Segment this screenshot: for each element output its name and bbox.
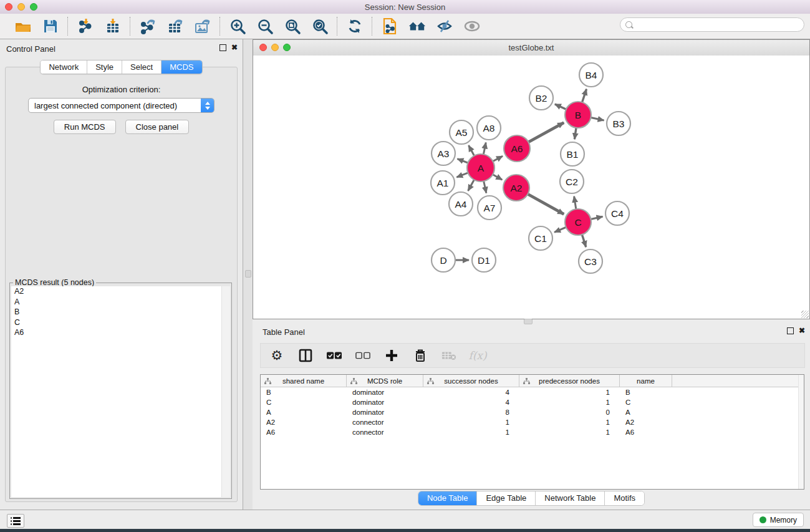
column-header-shared-name[interactable]: shared name	[261, 375, 347, 387]
close-network-icon[interactable]	[259, 44, 267, 51]
column-header-predecessor-nodes[interactable]: predecessor nodes	[519, 375, 620, 387]
run-mcds-button[interactable]: Run MCDS	[54, 120, 116, 134]
show-panels-button[interactable]	[7, 514, 24, 528]
tab-network-table[interactable]: Network Table	[536, 491, 605, 505]
graph-node-C[interactable]: C	[565, 209, 591, 235]
graph-node-A8[interactable]: A8	[477, 116, 501, 140]
graph-node-C1[interactable]: C1	[529, 226, 552, 250]
graph-node-B1[interactable]: B1	[561, 142, 584, 166]
graph-node-A4[interactable]: A4	[449, 192, 473, 216]
table-settings-icon[interactable]: ⚙	[269, 348, 284, 363]
export-image-icon[interactable]	[194, 17, 211, 35]
graph-node-A2[interactable]: A2	[503, 175, 529, 201]
result-scrollbar[interactable]	[221, 286, 230, 497]
graph-node-A7[interactable]: A7	[478, 196, 501, 220]
table-row[interactable]: A6connector11A6	[261, 427, 804, 437]
mcds-result-item[interactable]: A	[11, 297, 230, 307]
split-view-icon[interactable]	[298, 348, 313, 363]
mcds-result-item[interactable]: A6	[11, 327, 230, 338]
tab-edge-table[interactable]: Edge Table	[477, 491, 536, 505]
first-neighbors-icon[interactable]	[408, 17, 426, 35]
zoom-selected-icon[interactable]	[311, 17, 329, 35]
minimize-network-icon[interactable]	[271, 44, 279, 51]
graph-node-B2[interactable]: B2	[529, 86, 553, 110]
network-canvas[interactable]: B4B2BB3A5A8A6A3B1AA1C2A2A4A7C4CC1DD1C3	[253, 56, 809, 319]
resize-grip[interactable]	[801, 311, 809, 318]
tab-select[interactable]: Select	[122, 60, 162, 74]
hide-selected-icon[interactable]	[436, 17, 453, 35]
select-all-icon[interactable]	[327, 348, 342, 363]
graph-node-D1[interactable]: D1	[472, 248, 496, 272]
import-network-icon[interactable]	[77, 17, 94, 35]
graph-node-D[interactable]: D	[432, 248, 455, 272]
close-panel-icon[interactable]: ✖	[231, 44, 238, 51]
minimize-window-icon[interactable]	[17, 3, 25, 11]
delete-column-icon[interactable]	[413, 348, 428, 363]
show-all-icon[interactable]	[463, 17, 481, 35]
save-session-icon[interactable]	[42, 17, 59, 35]
mcds-result-item[interactable]: C	[11, 317, 230, 328]
splitter-handle[interactable]	[245, 270, 251, 278]
search-field[interactable]	[620, 17, 804, 32]
table-row[interactable]: Bdominator41B	[261, 387, 804, 397]
zoom-fit-icon[interactable]	[284, 17, 301, 35]
function-builder-icon: f(x)	[470, 348, 485, 363]
graph-node-B3[interactable]: B3	[607, 112, 630, 135]
float-table-panel-icon[interactable]	[787, 327, 794, 334]
mcds-result-list[interactable]: A2ABCA6	[11, 286, 230, 497]
zoom-out-icon[interactable]	[256, 17, 274, 35]
table-row[interactable]: Adominator80A	[261, 407, 804, 417]
close-table-panel-icon[interactable]: ✖	[799, 327, 805, 334]
column-header-successor-nodes[interactable]: successor nodes	[423, 375, 519, 387]
cell-name: A2	[620, 418, 672, 426]
tab-style[interactable]: Style	[87, 60, 122, 74]
horizontal-splitter-handle[interactable]	[524, 319, 533, 324]
window-controls	[5, 3, 37, 11]
mcds-result-item[interactable]: B	[11, 307, 230, 317]
refresh-icon[interactable]	[346, 17, 364, 35]
table-scrollbar[interactable]	[798, 375, 804, 489]
optimization-criterion-select[interactable]: largest connected component (directed)	[28, 98, 215, 113]
table-row[interactable]: Cdominator41C	[261, 397, 804, 407]
close-window-icon[interactable]	[5, 3, 12, 11]
search-input[interactable]	[632, 21, 804, 29]
new-network-from-selection-icon[interactable]	[381, 17, 398, 35]
graph-node-A3[interactable]: A3	[432, 142, 455, 165]
table-row[interactable]: A2connector11A2	[261, 417, 804, 427]
tab-node-table[interactable]: Node Table	[418, 491, 478, 505]
mcds-result-item[interactable]: A2	[11, 286, 230, 297]
export-table-icon[interactable]	[166, 17, 184, 35]
export-network-icon[interactable]	[139, 17, 157, 35]
import-table-icon[interactable]	[104, 17, 122, 35]
column-header-name[interactable]: name	[620, 375, 672, 387]
zoom-window-icon[interactable]	[30, 3, 37, 11]
memory-button[interactable]: Memory	[753, 513, 804, 527]
graph-node-C4[interactable]: C4	[605, 201, 629, 225]
graph-node-A5[interactable]: A5	[450, 120, 473, 144]
graph-node-A1[interactable]: A1	[431, 171, 455, 195]
zoom-in-icon[interactable]	[229, 17, 246, 35]
graph-node-C2[interactable]: C2	[560, 170, 584, 193]
float-panel-icon[interactable]	[219, 44, 226, 51]
window-title: Session: New Session	[365, 2, 445, 12]
open-session-icon[interactable]	[14, 17, 32, 35]
deselect-all-icon[interactable]	[355, 348, 370, 363]
tab-network[interactable]: Network	[41, 60, 87, 74]
graph-node-A[interactable]: A	[467, 154, 494, 181]
node-table-header: shared nameMCDS rolesuccessor nodesprede…	[261, 375, 804, 387]
column-header-mcds-role[interactable]: MCDS role	[347, 375, 423, 387]
table-panel: Table Panel ✖ ⚙f(x) shared nameMCDS role…	[253, 322, 810, 510]
cell-successor_nodes: 1	[423, 418, 519, 426]
toolbar-group	[131, 17, 219, 35]
tab-motifs[interactable]: Motifs	[605, 491, 644, 505]
add-column-icon[interactable]	[384, 348, 399, 363]
zoom-network-icon[interactable]	[283, 44, 291, 51]
graph-node-C3[interactable]: C3	[579, 249, 602, 273]
graph-node-B4[interactable]: B4	[579, 63, 603, 87]
close-panel-button[interactable]: Close panel	[125, 120, 190, 134]
graph-node-label: A7	[484, 203, 496, 213]
graph-node-A6[interactable]: A6	[504, 135, 530, 162]
vertical-splitter[interactable]	[243, 39, 253, 510]
graph-node-B[interactable]: B	[565, 102, 591, 128]
tab-mcds[interactable]: MCDS	[162, 60, 201, 74]
